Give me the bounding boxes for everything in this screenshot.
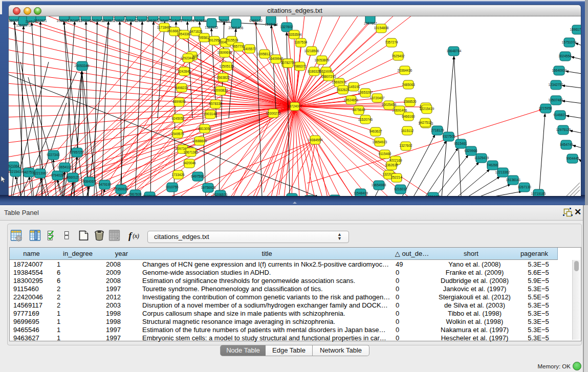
svg-text:10507487: 10507487	[549, 98, 563, 102]
svg-text:12215419: 12215419	[9, 170, 23, 173]
svg-text:15692971: 15692971	[16, 24, 31, 27]
svg-text:12342757: 12342757	[549, 83, 563, 86]
svg-text:(x): (x)	[133, 233, 140, 239]
svg-text:10688609: 10688609	[192, 139, 207, 143]
svg-text:6466160: 6466160	[249, 19, 263, 23]
svg-text:9329966: 9329966	[464, 149, 477, 152]
svg-text:252214: 252214	[391, 176, 402, 179]
svg-text:19524851: 19524851	[344, 98, 359, 102]
svg-text:9904445: 9904445	[566, 157, 579, 160]
svg-text:13353594: 13353594	[287, 33, 302, 36]
svg-text:2903144: 2903144	[204, 112, 217, 116]
svg-text:252214: 252214	[219, 19, 230, 23]
svg-text:10958127: 10958127	[257, 52, 272, 56]
svg-text:6216012: 6216012	[394, 187, 407, 191]
svg-text:17359924: 17359924	[114, 187, 128, 191]
svg-text:20364436: 20364436	[398, 69, 412, 72]
svg-text:8471626: 8471626	[189, 30, 203, 33]
svg-text:f: f	[128, 230, 133, 241]
svg-text:19384554: 19384554	[308, 138, 323, 142]
svg-text:12213967: 12213967	[33, 171, 48, 175]
svg-text:1615112: 1615112	[265, 23, 278, 26]
svg-text:7357274: 7357274	[385, 40, 398, 44]
svg-text:1615112: 1615112	[401, 129, 414, 133]
svg-text:1362635: 1362635	[385, 163, 398, 167]
svg-text:1362635: 1362635	[193, 19, 206, 23]
svg-text:8267130: 8267130	[518, 185, 531, 189]
svg-text:13720407: 13720407	[370, 96, 385, 100]
svg-text:20053346: 20053346	[75, 64, 90, 68]
svg-text:8660123: 8660123	[67, 176, 80, 179]
svg-text:11548408: 11548408	[354, 191, 368, 195]
svg-text:16961758: 16961758	[570, 28, 581, 31]
svg-text:12215419: 12215419	[420, 107, 434, 111]
svg-text:1549575: 1549575	[171, 132, 184, 136]
svg-text:3024554: 3024554	[558, 54, 572, 58]
svg-text:6899695: 6899695	[172, 100, 186, 103]
svg-text:1405572: 1405572	[243, 47, 256, 51]
svg-text:9146821: 9146821	[553, 113, 567, 117]
svg-text:9427512: 9427512	[419, 121, 432, 124]
svg-text:10025458: 10025458	[382, 103, 397, 106]
svg-text:18724007: 18724007	[288, 104, 302, 108]
svg-text:10653267: 10653267	[358, 91, 373, 94]
svg-text:9084067: 9084067	[82, 180, 96, 183]
svg-text:16648784: 16648784	[447, 49, 462, 53]
svg-text:11520746: 11520746	[358, 118, 373, 121]
svg-text:6479197: 6479197	[98, 183, 112, 186]
svg-text:10154808: 10154808	[374, 26, 389, 30]
svg-text:2967608: 2967608	[128, 192, 142, 196]
svg-text:9115460: 9115460	[379, 152, 391, 156]
svg-text:7625402: 7625402	[391, 54, 405, 58]
svg-text:19654988: 19654988	[372, 183, 386, 187]
svg-text:15136141: 15136141	[506, 178, 521, 182]
svg-text:1010755: 1010755	[165, 185, 179, 189]
svg-text:1588520: 1588520	[403, 100, 417, 103]
svg-text:1322035: 1322035	[205, 26, 218, 29]
svg-text:5578334: 5578334	[209, 102, 222, 105]
svg-text:1327602: 1327602	[280, 25, 293, 29]
svg-text:15300273: 15300273	[266, 112, 281, 115]
svg-text:16053809: 16053809	[315, 58, 330, 62]
svg-text:7986372: 7986372	[293, 64, 307, 68]
svg-text:9515461: 9515461	[454, 142, 467, 145]
svg-text:16914479: 16914479	[426, 195, 441, 196]
svg-text:9327505: 9327505	[442, 135, 455, 138]
svg-text:7632621: 7632621	[336, 88, 350, 92]
svg-text:8454749: 8454749	[560, 143, 573, 146]
svg-text:9777169: 9777169	[181, 19, 194, 23]
svg-text:8813054: 8813054	[198, 127, 211, 130]
svg-text:20691406: 20691406	[393, 108, 407, 112]
svg-text:10671385: 10671385	[184, 150, 199, 154]
svg-text:12093822: 12093822	[213, 89, 228, 92]
svg-text:2718129: 2718129	[431, 128, 444, 132]
svg-text:1733426: 1733426	[171, 173, 185, 177]
svg-text:6466160: 6466160	[402, 115, 415, 118]
svg-text:7515524: 7515524	[225, 38, 238, 42]
svg-text:8938933: 8938933	[143, 194, 156, 196]
svg-text:11325419: 11325419	[474, 156, 489, 160]
svg-text:7485063: 7485063	[402, 83, 415, 86]
svg-text:18807293: 18807293	[321, 75, 336, 78]
svg-text:16640910: 16640910	[552, 69, 567, 72]
svg-text:10782759: 10782759	[281, 61, 296, 64]
svg-text:3875645: 3875645	[352, 108, 365, 112]
svg-text:12505135: 12505135	[220, 64, 234, 68]
svg-text:7663822: 7663822	[216, 76, 230, 79]
svg-text:12975125: 12975125	[556, 128, 571, 132]
svg-text:20206576: 20206576	[213, 193, 228, 196]
svg-text:20691406: 20691406	[229, 26, 244, 30]
svg-text:8186328: 8186328	[308, 70, 321, 73]
svg-text:10719185: 10719185	[531, 192, 546, 195]
svg-text:19654923: 19654923	[373, 140, 387, 144]
svg-text:19756928: 19756928	[201, 186, 216, 189]
svg-text:12213362: 12213362	[495, 170, 510, 174]
svg-text:1167534: 1167534	[295, 40, 308, 44]
svg-text:10218506: 10218506	[304, 49, 319, 53]
svg-text:9245052: 9245052	[171, 117, 185, 120]
svg-text:17957253: 17957253	[70, 150, 85, 154]
svg-text:2087682: 2087682	[364, 21, 377, 25]
svg-text:12923448: 12923448	[181, 56, 195, 60]
svg-text:10699695: 10699695	[217, 51, 232, 54]
svg-text:746266: 746266	[487, 163, 498, 167]
